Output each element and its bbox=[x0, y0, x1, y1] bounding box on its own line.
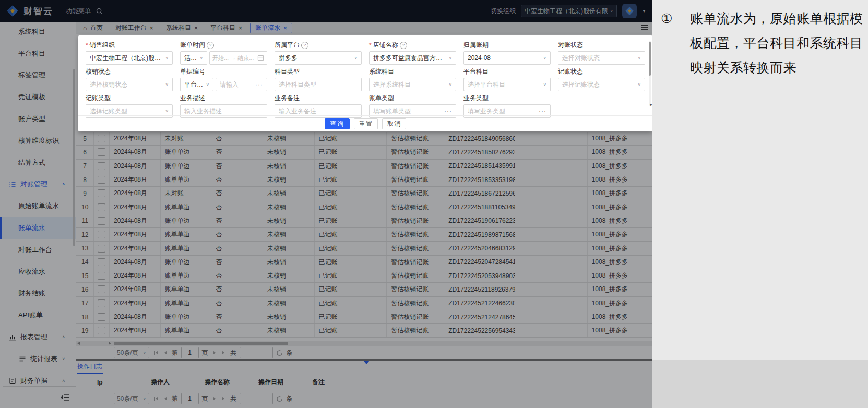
field-label-text: 归属账期 bbox=[463, 41, 489, 50]
chevron-down-icon: ∨ bbox=[543, 83, 546, 87]
help-icon[interactable]: ? bbox=[400, 42, 407, 49]
field-value: 请输入 bbox=[220, 80, 253, 89]
filter-field-label: *销售组织 bbox=[86, 41, 173, 50]
filter-field-label: 业务备注 bbox=[275, 94, 362, 103]
filter-field-label: 记账类型 bbox=[86, 94, 173, 103]
field-label-text: 记账类型 bbox=[86, 94, 111, 103]
field-label-text: 销售组织 bbox=[90, 41, 115, 50]
filter-field-label: 系统科目 bbox=[369, 67, 456, 76]
field-核销状态[interactable]: 选择核销状态∨ bbox=[86, 78, 173, 91]
chevron-down-icon: ∨ bbox=[165, 83, 169, 87]
filter-field-label: 账单类型 bbox=[369, 94, 456, 103]
field-label-text: 单据编号 bbox=[180, 67, 205, 76]
annotation-panel-footer bbox=[652, 360, 868, 408]
more-icon[interactable]: ··· bbox=[539, 107, 546, 115]
field-label-text: 核销状态 bbox=[86, 67, 111, 76]
filter-field-核销状态: 核销状态选择核销状态∨ bbox=[86, 67, 173, 91]
filter-field-记账类型: 记账类型选择记账类型∨ bbox=[86, 94, 173, 118]
filter-field-店铺名称: *店铺名称?拼多多可益康食品官方旗舰店∨ bbox=[369, 41, 456, 65]
more-icon[interactable]: ··· bbox=[255, 81, 263, 88]
field-value: 输入业务描述 bbox=[184, 107, 263, 116]
required-asterisk: * bbox=[369, 42, 372, 49]
field-value: 平台单号 bbox=[184, 80, 204, 89]
filter-field-业务类型: 业务类型填写业务类型··· bbox=[463, 94, 551, 118]
cancel-button[interactable]: 取消 bbox=[382, 118, 406, 129]
field-value: 2024-08 bbox=[468, 54, 541, 62]
field-label-text: 系统科目 bbox=[369, 67, 394, 76]
chevron-down-icon: ∨ bbox=[448, 83, 452, 87]
field-店铺名称[interactable]: 拼多多可益康食品官方旗舰店∨ bbox=[369, 51, 456, 65]
filter-field-业务备注: 业务备注输入业务备注 bbox=[275, 94, 362, 118]
filter-field-账单时间: 账单时间?活跃...∨开始...→结束... bbox=[180, 41, 267, 65]
filter-grid: *销售组织中宏生物工程（北京)股份有...∨账单时间?活跃...∨开始...→结… bbox=[78, 35, 652, 118]
field-label-text: 业务类型 bbox=[463, 94, 489, 103]
field-所属平台[interactable]: 拼多多∨ bbox=[275, 51, 362, 65]
filter-field-label: 归属账期 bbox=[463, 41, 551, 50]
field-label-text: 业务描述 bbox=[180, 94, 205, 103]
field-value: 选择平台科目 bbox=[468, 80, 541, 89]
field-label-text: 对账状态 bbox=[558, 41, 583, 50]
filter-field-账单类型: 账单类型填写账单类型··· bbox=[369, 94, 456, 118]
filter-field-label: 平台科目 bbox=[463, 67, 551, 76]
arrow-icon: → bbox=[230, 55, 236, 61]
field-label-text: 店铺名称 bbox=[373, 41, 398, 50]
field-label-text: 账单类型 bbox=[369, 94, 394, 103]
filter-field-label: 账单时间? bbox=[180, 41, 267, 50]
field-value: 填写业务类型 bbox=[468, 107, 537, 116]
field-value: 输入业务备注 bbox=[279, 107, 358, 116]
field-value: 中宏生物工程（北京)股份有... bbox=[90, 54, 163, 63]
field-label-text: 所属平台 bbox=[275, 41, 300, 50]
filter-field-平台科目: 平台科目选择平台科目∨ bbox=[463, 67, 551, 91]
field-平台科目[interactable]: 选择平台科目∨ bbox=[463, 78, 551, 91]
field-value: 填写账单类型 bbox=[373, 107, 442, 116]
note-text: 账单流水为，原始账单根据模板配置，平台科目和系统科目映射关系转换而来 bbox=[690, 6, 868, 80]
search-button[interactable]: 查询 bbox=[325, 118, 350, 129]
help-icon[interactable]: ? bbox=[207, 42, 214, 49]
app-window: 财智云 功能菜单 切换组织 中宏生物工程（北京)股份有限公... ∨ bbox=[0, 0, 652, 408]
filter-scrollbar[interactable] bbox=[649, 41, 651, 106]
field-value: 选择记账类型 bbox=[90, 107, 163, 116]
field-单据编号[interactable]: 平台单号∨ bbox=[180, 78, 213, 91]
filter-field-销售组织: *销售组织中宏生物工程（北京)股份有...∨ bbox=[86, 41, 173, 65]
field-对账状态[interactable]: 选择对账状态∨ bbox=[558, 51, 645, 65]
chevron-down-icon: ∨ bbox=[206, 83, 209, 87]
annotation-note: ① 账单流水为，原始账单根据模板配置，平台科目和系统科目映射关系转换而来 bbox=[652, 0, 868, 80]
chevron-down-icon: ∨ bbox=[199, 56, 203, 60]
field-单据编号[interactable]: 请输入··· bbox=[216, 78, 267, 91]
field-账单时间[interactable]: 活跃...∨ bbox=[180, 51, 207, 65]
chevron-down-icon: ∨ bbox=[543, 56, 546, 60]
more-icon[interactable]: ··· bbox=[444, 107, 452, 115]
required-asterisk: * bbox=[86, 42, 88, 49]
field-value: 选择核销状态 bbox=[90, 80, 163, 89]
field-账单时间[interactable]: 开始...→结束... bbox=[209, 51, 267, 65]
field-销售组织[interactable]: 中宏生物工程（北京)股份有...∨ bbox=[86, 51, 173, 65]
filter-field-所属平台: 所属平台?拼多多∨ bbox=[275, 41, 362, 65]
chevron-down-icon: ∨ bbox=[165, 56, 169, 60]
filter-field-系统科目: 系统科目选择系统科目∨ bbox=[369, 67, 456, 91]
reset-button[interactable]: 重置 bbox=[354, 118, 378, 129]
field-科目类型[interactable]: 选择科目类型 bbox=[275, 78, 362, 91]
scroll-down-icon[interactable]: ▾ bbox=[650, 103, 652, 107]
field-label-text: 科目类型 bbox=[275, 67, 300, 76]
help-icon[interactable]: ? bbox=[301, 42, 308, 49]
field-value: 选择科目类型 bbox=[279, 80, 358, 89]
calendar-icon bbox=[257, 54, 264, 62]
field-系统科目[interactable]: 选择系统科目∨ bbox=[369, 78, 456, 91]
field-value: 拼多多 bbox=[279, 54, 352, 63]
filter-field-label: *店铺名称? bbox=[369, 41, 456, 50]
date-end-placeholder: 结束... bbox=[237, 54, 256, 62]
field-value: 活跃... bbox=[184, 54, 197, 63]
chevron-down-icon: ∨ bbox=[354, 56, 358, 60]
filter-field-label: 科目类型 bbox=[275, 67, 362, 76]
chevron-down-icon: ∨ bbox=[165, 110, 169, 113]
filter-field-归属账期: 归属账期2024-08∨ bbox=[463, 41, 551, 65]
field-value: 选择记账状态 bbox=[562, 80, 635, 89]
field-记账状态[interactable]: 选择记账状态∨ bbox=[558, 78, 645, 91]
field-label-text: 业务备注 bbox=[275, 94, 300, 103]
filter-panel: *销售组织中宏生物工程（北京)股份有...∨账单时间?活跃...∨开始...→结… bbox=[78, 35, 652, 131]
annotation-panel: ① 账单流水为，原始账单根据模板配置，平台科目和系统科目映射关系转换而来 bbox=[652, 0, 868, 408]
filter-field-label: 单据编号 bbox=[180, 67, 267, 76]
filter-field-科目类型: 科目类型选择科目类型 bbox=[275, 67, 362, 91]
filter-field-label: 核销状态 bbox=[86, 67, 173, 76]
field-归属账期[interactable]: 2024-08∨ bbox=[463, 51, 551, 65]
